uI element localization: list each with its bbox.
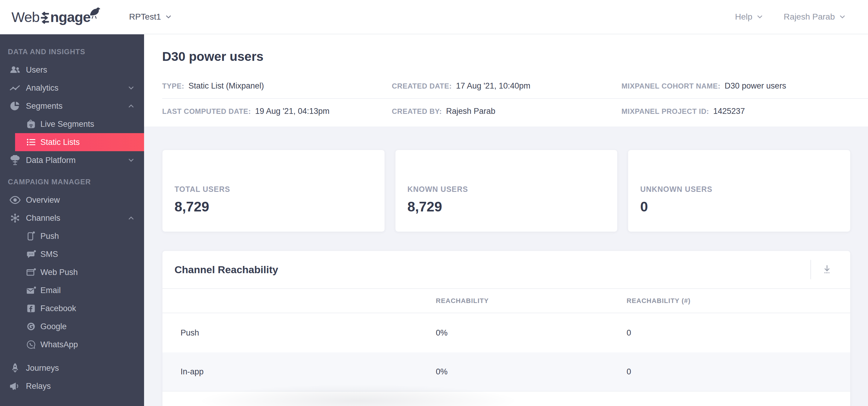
panel-header: Channel Reachability bbox=[162, 251, 850, 288]
stat-card-unknown-users: UNKNOWN USERS 0 bbox=[628, 150, 850, 232]
help-label: Help bbox=[735, 12, 752, 22]
app-body: DATA AND INSIGHTS Users Analyt bbox=[0, 34, 868, 406]
sidebar-item-static-lists[interactable]: Static Lists bbox=[15, 133, 144, 151]
stat-label: KNOWN USERS bbox=[407, 185, 618, 194]
sidebar-item-label: Data Platform bbox=[26, 156, 127, 165]
meta-value: D30 power users bbox=[724, 81, 786, 91]
main-content: D30 power users TYPE: Static List (Mixpa… bbox=[144, 34, 868, 406]
sidebar-item-data-platform[interactable]: Data Platform bbox=[0, 151, 144, 169]
help-menu[interactable]: Help bbox=[735, 12, 764, 22]
sidebar-item-email[interactable]: Email bbox=[0, 281, 144, 299]
sidebar-item-label: SMS bbox=[40, 250, 58, 259]
sidebar-item-label: WhatsApp bbox=[40, 340, 78, 349]
web-push-icon bbox=[25, 267, 37, 277]
meta-type: TYPE: Static List (Mixpanel) bbox=[162, 81, 392, 91]
sidebar-item-whatsapp[interactable]: WhatsApp bbox=[0, 336, 144, 353]
bird-icon bbox=[87, 4, 102, 20]
sidebar-item-label: Journeys bbox=[26, 364, 144, 373]
cell-reachability: 0% bbox=[436, 367, 627, 376]
sidebar-section-gap bbox=[0, 169, 144, 177]
download-button[interactable] bbox=[820, 262, 834, 276]
sidebar-item-analytics[interactable]: Analytics bbox=[0, 79, 144, 97]
meta-row: TYPE: Static List (Mixpanel) CREATED DAT… bbox=[162, 73, 868, 98]
project-name: RPTest1 bbox=[129, 12, 161, 22]
analytics-icon bbox=[8, 84, 22, 92]
sidebar-group-gap bbox=[0, 353, 144, 359]
meta-label: MIXPANEL PROJECT ID: bbox=[621, 107, 709, 116]
column-reachability: REACHABILITY bbox=[436, 297, 627, 305]
sidebar-item-label: Google bbox=[40, 322, 67, 331]
sidebar-item-label: Analytics bbox=[26, 83, 127, 93]
sidebar-item-relays[interactable]: Relays bbox=[0, 377, 144, 395]
sidebar-item-label: Relays bbox=[26, 382, 144, 391]
stat-value: 0 bbox=[640, 199, 850, 215]
cell-reachability-count: 0 bbox=[627, 367, 850, 376]
data-platform-icon bbox=[8, 155, 22, 165]
table-row-partial bbox=[162, 392, 850, 406]
stat-card-total-users: TOTAL USERS 8,729 bbox=[162, 150, 385, 232]
sidebar-item-label: Facebook bbox=[40, 304, 76, 313]
static-lists-icon bbox=[25, 138, 37, 147]
meta-row: LAST COMPUTED DATE: 19 Aug '21, 04:13pm … bbox=[162, 99, 868, 124]
sidebar-item-sms[interactable]: SMS bbox=[0, 245, 144, 263]
column-reachability-count: REACHABILITY (#) bbox=[627, 297, 850, 305]
facebook-icon bbox=[25, 304, 37, 313]
user-name: Rajesh Parab bbox=[784, 12, 835, 22]
download-icon bbox=[821, 263, 833, 275]
sidebar-item-label: Channels bbox=[26, 213, 127, 223]
journeys-icon bbox=[8, 363, 22, 373]
meta-label: TYPE: bbox=[162, 82, 184, 90]
arrows-e-icon bbox=[40, 12, 50, 24]
table-row-in-app: In-app 0% 0 bbox=[162, 352, 850, 392]
topbar: Web ngage RPTest1 Help Rajesh Parab bbox=[0, 0, 868, 34]
sidebar-item-overview[interactable]: Overview bbox=[0, 191, 144, 209]
stat-card-known-users: KNOWN USERS 8,729 bbox=[395, 150, 618, 232]
user-menu[interactable]: Rajesh Parab bbox=[784, 12, 846, 22]
page-title: D30 power users bbox=[162, 49, 868, 64]
meta-last-computed-date: LAST COMPUTED DATE: 19 Aug '21, 04:13pm bbox=[162, 107, 392, 116]
sidebar-item-push[interactable]: Push bbox=[0, 227, 144, 245]
sidebar-item-label: Overview bbox=[26, 196, 144, 205]
sidebar-item-label: Segments bbox=[26, 102, 127, 111]
sidebar-item-users[interactable]: Users bbox=[0, 61, 144, 79]
webengage-logo[interactable]: Web ngage bbox=[11, 9, 90, 25]
sidebar-item-live-segments[interactable]: Live Segments bbox=[0, 115, 144, 133]
meta-value: Rajesh Parab bbox=[446, 107, 495, 116]
topbar-right: Help Rajesh Parab bbox=[735, 12, 846, 22]
panel-title: Channel Reachability bbox=[175, 264, 278, 276]
chevron-down-icon bbox=[756, 13, 764, 21]
sidebar-item-google[interactable]: Google bbox=[0, 317, 144, 336]
content-area: TOTAL USERS 8,729 KNOWN USERS 8,729 UNKN… bbox=[144, 127, 868, 406]
sidebar-item-label: Static Lists bbox=[40, 138, 80, 147]
whatsapp-icon bbox=[25, 340, 37, 349]
relays-icon bbox=[8, 382, 22, 391]
push-icon bbox=[25, 231, 37, 241]
sidebar-item-label: Push bbox=[40, 232, 59, 241]
meta-label: MIXPANEL COHORT NAME: bbox=[621, 82, 720, 90]
users-icon bbox=[8, 65, 22, 74]
chevron-down-icon bbox=[838, 13, 846, 21]
meta-value: 19 Aug '21, 04:13pm bbox=[255, 107, 330, 116]
stat-label: TOTAL USERS bbox=[175, 185, 384, 194]
overview-icon bbox=[8, 196, 22, 204]
sidebar-item-facebook[interactable]: Facebook bbox=[0, 299, 144, 317]
sidebar-item-channels[interactable]: Channels bbox=[0, 209, 144, 227]
sidebar-item-segments[interactable]: Segments bbox=[0, 97, 144, 115]
google-icon bbox=[25, 322, 37, 331]
sidebar-item-web-push[interactable]: Web Push bbox=[0, 263, 144, 281]
email-icon bbox=[25, 286, 37, 295]
chevron-up-icon bbox=[127, 102, 135, 110]
chevron-up-icon bbox=[127, 214, 135, 222]
sidebar-item-label: Live Segments bbox=[40, 120, 94, 129]
segments-icon bbox=[8, 101, 22, 111]
cell-reachability-count: 0 bbox=[627, 328, 850, 338]
project-switcher[interactable]: RPTest1 bbox=[129, 12, 173, 22]
cell-reachability: 0% bbox=[436, 328, 627, 338]
sidebar-item-journeys[interactable]: Journeys bbox=[0, 359, 144, 377]
meta-value: Static List (Mixpanel) bbox=[188, 81, 264, 91]
chevron-down-icon bbox=[127, 156, 135, 164]
meta-created-date: CREATED DATE: 17 Aug '21, 10:40pm bbox=[392, 81, 621, 91]
meta-mixpanel-project-id: MIXPANEL PROJECT ID: 1425237 bbox=[621, 107, 868, 116]
live-segments-icon bbox=[25, 119, 37, 129]
stat-value: 8,729 bbox=[407, 199, 618, 215]
